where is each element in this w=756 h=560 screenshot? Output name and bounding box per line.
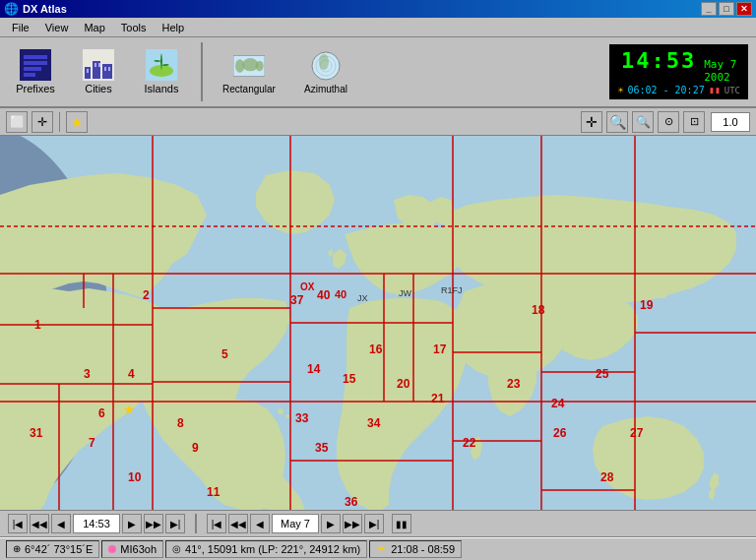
title-bar-left: 🌐 DX Atlas: [4, 2, 67, 16]
locator-dot: [108, 545, 116, 553]
map-tool-star[interactable]: ★: [66, 111, 88, 133]
clock-time: 14:53: [621, 48, 696, 73]
status-bar: ⊕ 6°42´ 73°15´E MI63oh ◎ 41°, 15091 km (…: [0, 537, 756, 559]
map-toolbar: ⬜ ✛ ★ ✛ 🔍 🔍 ⊙ ⊡ 1.0: [0, 108, 756, 136]
sunrise-icon: ☀: [617, 85, 623, 95]
cities-icon: [83, 49, 114, 81]
rectangular-button[interactable]: Rectangular: [215, 40, 284, 103]
menu-help[interactable]: Help: [154, 20, 192, 35]
clock-year: 2002: [704, 71, 730, 84]
clock-display: 14:53 May 7 2002 ☀ 06:02 - 20:27 ▮▮ UTC: [609, 44, 748, 99]
toolbar-separator-1: [201, 42, 203, 101]
menu-bar: File View Map Tools Help: [0, 18, 756, 37]
utc-label: UTC: [724, 86, 740, 95]
cities-label: Cities: [85, 83, 112, 94]
date-display: May 7: [272, 514, 319, 533]
svg-rect-3: [24, 67, 41, 71]
date-rewind-fast[interactable]: ◀◀: [228, 514, 248, 533]
time-rewind-fast[interactable]: ◀◀: [30, 514, 49, 533]
date-rewind[interactable]: ◀: [250, 514, 270, 533]
cities-button[interactable]: Cities: [71, 40, 126, 103]
islands-icon: [146, 49, 177, 81]
title-bar-controls[interactable]: _ □ ✕: [701, 2, 752, 16]
time-forward[interactable]: ▶: [122, 514, 142, 533]
menu-map[interactable]: Map: [76, 20, 112, 35]
date-skip-start[interactable]: |◀: [207, 514, 226, 533]
map-zoom-in[interactable]: 🔍: [606, 111, 628, 133]
sunrise-text: 21:08 - 08:59: [391, 543, 455, 555]
controls-separator: [195, 514, 197, 533]
svg-rect-2: [24, 61, 47, 65]
prefixes-icon: [20, 49, 51, 81]
time-skip-end[interactable]: ▶|: [165, 514, 185, 533]
menu-view[interactable]: View: [37, 20, 77, 35]
map-zoom-pan[interactable]: ✛: [581, 111, 602, 133]
map-toolbar-sep-1: [59, 112, 60, 132]
title-bar: 🌐 DX Atlas _ □ ✕: [0, 0, 756, 18]
zoom-input[interactable]: 1.0: [711, 112, 750, 132]
svg-rect-10: [94, 63, 96, 67]
azimuthal-button[interactable]: Azimuthal: [291, 40, 360, 103]
distance-text: 41°, 15091 km (LP: 221°, 24912 km): [185, 543, 360, 555]
toolbar: Prefixes Cities Islands: [0, 37, 756, 108]
time-controls-left: |◀ ◀◀ ◀ 14:53 ▶ ▶▶ ▶|: [8, 514, 185, 533]
time-display: 14:53: [73, 514, 120, 533]
map-zoom-1to1[interactable]: ⊡: [683, 111, 705, 133]
date-skip-end[interactable]: ▶|: [364, 514, 384, 533]
menu-tools[interactable]: Tools: [113, 20, 155, 35]
svg-rect-13: [108, 67, 110, 71]
svg-rect-12: [104, 67, 106, 71]
time-forward-fast[interactable]: ▶▶: [144, 514, 163, 533]
map-tool-select[interactable]: ⬜: [6, 111, 28, 133]
clock-date: May 7: [704, 58, 736, 71]
map-container[interactable]: 1234567891011121314151617181920212223242…: [0, 136, 756, 510]
locator-text: MI63oh: [120, 543, 157, 555]
azimuthal-label: Azimuthal: [304, 84, 347, 94]
sunrise-display: ☀ 21:08 - 08:59: [369, 540, 462, 558]
map-zoom-fit[interactable]: ⊙: [658, 111, 679, 133]
islands-label: Islands: [145, 83, 179, 94]
maximize-button[interactable]: □: [719, 2, 734, 16]
svg-point-19: [256, 60, 264, 71]
distance-icon: ◎: [172, 543, 181, 554]
pause-indicator: ▮▮: [709, 85, 721, 95]
rectangular-icon: [233, 50, 265, 82]
locator-display: MI63oh: [101, 540, 163, 558]
map-svg: [0, 136, 756, 510]
sunrise-status-icon: ☀: [376, 542, 387, 556]
menu-file[interactable]: File: [4, 20, 37, 35]
svg-point-28: [285, 414, 289, 418]
clock-sunrise: 06:02 - 20:27: [627, 85, 704, 95]
minimize-button[interactable]: _: [701, 2, 717, 16]
bottom-controls: |◀ ◀◀ ◀ 14:53 ▶ ▶▶ ▶| |◀ ◀◀ ◀ May 7 ▶ ▶▶…: [0, 510, 756, 537]
azimuthal-icon: [310, 50, 342, 82]
svg-rect-4: [24, 73, 35, 77]
app-icon: 🌐: [4, 2, 19, 16]
pause-button[interactable]: ▮▮: [392, 514, 411, 533]
rectangular-label: Rectangular: [222, 84, 276, 94]
distance-display: ◎ 41°, 15091 km (LP: 221°, 24912 km): [165, 540, 367, 558]
prefixes-button[interactable]: Prefixes: [8, 40, 63, 103]
date-forward[interactable]: ▶: [321, 514, 341, 533]
date-forward-fast[interactable]: ▶▶: [343, 514, 362, 533]
time-skip-start[interactable]: |◀: [8, 514, 28, 533]
svg-rect-1: [24, 55, 47, 59]
svg-point-24: [319, 54, 329, 70]
prefixes-label: Prefixes: [16, 83, 55, 94]
islands-button[interactable]: Islands: [134, 40, 189, 103]
date-controls: |◀ ◀◀ ◀ May 7 ▶ ▶▶ ▶|: [207, 514, 384, 533]
svg-rect-11: [98, 63, 100, 67]
coordinates-icon: ⊕: [13, 543, 21, 554]
map-tool-crosshair[interactable]: ✛: [32, 111, 53, 133]
svg-rect-9: [87, 69, 89, 73]
coordinates-text: 6°42´ 73°15´E: [25, 543, 93, 555]
svg-point-27: [278, 408, 284, 414]
close-button[interactable]: ✕: [736, 2, 752, 16]
time-rewind[interactable]: ◀: [51, 514, 71, 533]
map-zoom-out[interactable]: 🔍: [632, 111, 654, 133]
app-title: DX Atlas: [23, 3, 67, 15]
coordinates-display: ⊕ 6°42´ 73°15´E: [6, 540, 99, 558]
svg-rect-8: [102, 64, 112, 79]
